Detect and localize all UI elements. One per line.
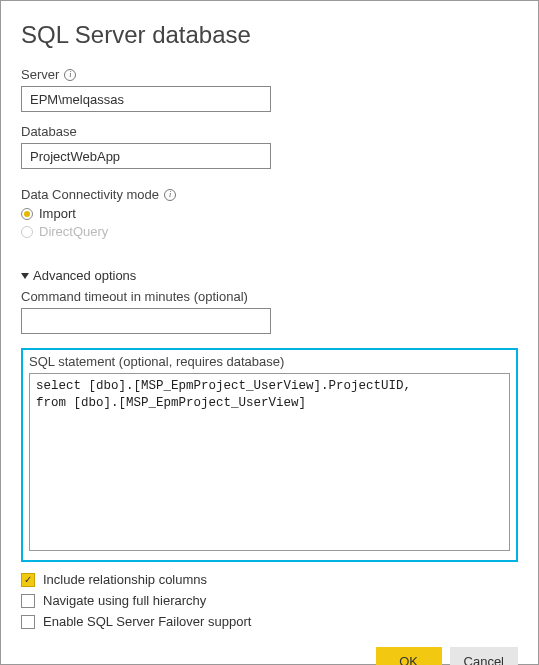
timeout-field: Command timeout in minutes (optional) xyxy=(21,289,518,334)
chevron-down-icon xyxy=(21,273,29,279)
include-relationship-checkbox[interactable]: ✓ Include relationship columns xyxy=(21,572,518,587)
navigate-full-hierarchy-checkbox[interactable]: Navigate using full hierarchy xyxy=(21,593,518,608)
radio-directquery: DirectQuery xyxy=(21,224,518,239)
database-field: Database xyxy=(21,124,518,169)
navigate-full-label: Navigate using full hierarchy xyxy=(43,593,206,608)
advanced-options-toggle[interactable]: Advanced options xyxy=(21,268,518,283)
server-label-text: Server xyxy=(21,67,59,82)
sql-statement-label: SQL statement (optional, requires databa… xyxy=(29,354,510,369)
connectivity-label: Data Connectivity mode i xyxy=(21,187,518,202)
radio-icon xyxy=(21,208,33,220)
database-label: Database xyxy=(21,124,518,139)
radio-import[interactable]: Import xyxy=(21,206,518,221)
info-icon[interactable]: i xyxy=(164,189,176,201)
checkbox-icon xyxy=(21,594,35,608)
radio-import-label: Import xyxy=(39,206,76,221)
dialog-title: SQL Server database xyxy=(21,21,518,49)
database-input[interactable] xyxy=(21,143,271,169)
radio-directquery-label: DirectQuery xyxy=(39,224,108,239)
info-icon[interactable]: i xyxy=(64,69,76,81)
enable-failover-checkbox[interactable]: Enable SQL Server Failover support xyxy=(21,614,518,629)
connectivity-label-text: Data Connectivity mode xyxy=(21,187,159,202)
include-relationship-label: Include relationship columns xyxy=(43,572,207,587)
sql-statement-input[interactable] xyxy=(29,373,510,551)
advanced-options-label: Advanced options xyxy=(33,268,136,283)
enable-failover-label: Enable SQL Server Failover support xyxy=(43,614,251,629)
connectivity-mode: Data Connectivity mode i Import DirectQu… xyxy=(21,187,518,242)
cancel-button[interactable]: Cancel xyxy=(450,647,518,665)
ok-button[interactable]: OK xyxy=(376,647,442,665)
server-field: Server i xyxy=(21,67,518,112)
radio-dot-icon xyxy=(24,211,30,217)
checkbox-icon xyxy=(21,615,35,629)
checkbox-icon: ✓ xyxy=(21,573,35,587)
dialog-footer: OK Cancel xyxy=(21,629,518,665)
timeout-label: Command timeout in minutes (optional) xyxy=(21,289,518,304)
radio-icon xyxy=(21,226,33,238)
sql-statement-area: SQL statement (optional, requires databa… xyxy=(21,348,518,562)
sql-server-database-dialog: SQL Server database Server i Database Da… xyxy=(0,0,539,665)
database-label-text: Database xyxy=(21,124,77,139)
server-label: Server i xyxy=(21,67,518,82)
timeout-label-text: Command timeout in minutes (optional) xyxy=(21,289,248,304)
timeout-input[interactable] xyxy=(21,308,271,334)
server-input[interactable] xyxy=(21,86,271,112)
